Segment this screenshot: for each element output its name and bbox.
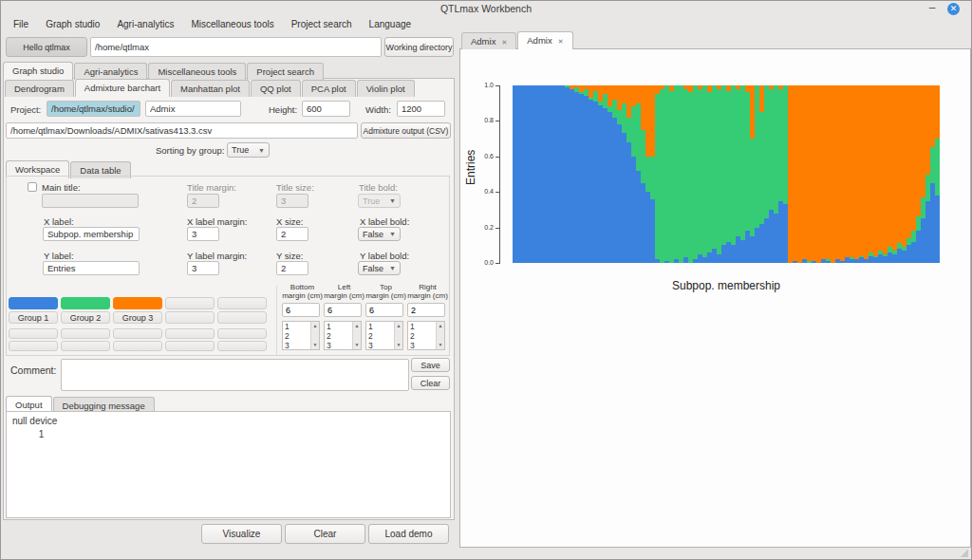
x-size-input[interactable] [276, 227, 308, 241]
y-label-margin-input[interactable] [187, 261, 219, 275]
resize-grip[interactable] [961, 550, 968, 557]
y-label-input[interactable] [43, 261, 140, 275]
menu-item-agri-analytics[interactable]: Agri-analytics [108, 17, 182, 31]
group-blank-cell[interactable] [217, 328, 267, 339]
group-button-2[interactable]: Group 2 [61, 311, 110, 324]
title-bold-select[interactable]: True ▼ [358, 194, 401, 208]
margin-list-option[interactable]: 1 [410, 322, 415, 331]
scrollbar[interactable]: ▲▼ [436, 322, 444, 349]
tab-dendrogram[interactable]: Dendrogram [5, 80, 74, 97]
scroll-up-icon[interactable]: ▲ [437, 322, 444, 330]
group-color-swatch-3[interactable] [113, 297, 162, 309]
group-button-5[interactable] [217, 311, 267, 324]
project-name-input[interactable] [145, 101, 241, 117]
tab-close-icon[interactable]: ✕ [558, 38, 564, 45]
group-button-4[interactable] [165, 311, 215, 324]
scroll-down-icon[interactable]: ▼ [437, 341, 444, 349]
main-title-input[interactable] [42, 194, 139, 208]
tab-qq-plot[interactable]: QQ plot [251, 80, 301, 97]
viewer-tab-admix-1[interactable]: Admix✕ [517, 31, 572, 49]
comment-save-button[interactable]: Save [411, 358, 450, 372]
scrollbar[interactable]: ▲▼ [394, 322, 402, 349]
margin-list-option[interactable]: 3 [410, 341, 415, 350]
tab-violin-plot[interactable]: Violin plot [357, 80, 415, 97]
x-label-bold-select[interactable]: False ▼ [358, 227, 401, 241]
title-size-input[interactable] [276, 194, 308, 208]
group-blank-cell[interactable] [113, 341, 162, 351]
load-demo-button[interactable]: Load demo [368, 524, 449, 544]
margin-list-option[interactable]: 2 [285, 331, 290, 341]
scroll-up-icon[interactable]: ▲ [353, 322, 361, 330]
margin-list-option[interactable]: 1 [327, 322, 331, 331]
group-color-swatch-2[interactable] [61, 297, 110, 309]
scrollbar[interactable]: ▲▼ [310, 322, 319, 349]
group-blank-cell[interactable] [165, 341, 215, 351]
menu-item-project-search[interactable]: Project search [283, 17, 361, 31]
margin-list-option[interactable]: 3 [327, 341, 331, 350]
margin-input-bottom[interactable] [282, 303, 320, 317]
group-blank-cell[interactable] [9, 328, 58, 339]
sorting-by-group-select[interactable]: True ▼ [227, 142, 270, 158]
comment-textarea[interactable] [61, 359, 409, 391]
group-blank-cell[interactable] [9, 341, 58, 351]
margin-listbox-top[interactable]: 123▲▼ [365, 321, 403, 350]
scroll-down-icon[interactable]: ▼ [311, 341, 319, 349]
menu-item-miscellaneous-tools[interactable]: Miscellaneous tools [182, 17, 282, 31]
x-label-input[interactable] [43, 227, 140, 241]
group-blank-cell[interactable] [165, 328, 215, 339]
tab-miscellaneous-tools[interactable]: Miscellaneous tools [148, 63, 246, 80]
margin-list-option[interactable]: 2 [327, 331, 331, 341]
tab-pca-plot[interactable]: PCA plot [302, 80, 356, 97]
viewer-tab-admix-0[interactable]: Admix✕ [461, 32, 516, 49]
scroll-up-icon[interactable]: ▲ [311, 322, 319, 330]
x-label-margin-input[interactable] [187, 227, 219, 241]
group-color-swatch-5[interactable] [217, 297, 267, 309]
tab-close-icon[interactable]: ✕ [501, 39, 507, 46]
group-color-swatch-4[interactable] [165, 297, 215, 309]
menu-item-language[interactable]: Language [361, 17, 421, 31]
group-blank-cell[interactable] [217, 341, 267, 351]
working-directory-input[interactable] [90, 37, 382, 57]
height-input[interactable] [302, 101, 350, 117]
menu-item-graph-studio[interactable]: Graph studio [37, 17, 108, 31]
tab-graph-studio[interactable]: Graph studio [3, 62, 73, 80]
main-title-checkbox[interactable] [28, 182, 37, 192]
margin-listbox-left[interactable]: 123▲▼ [324, 321, 362, 350]
group-blank-cell[interactable] [61, 341, 110, 351]
project-path-input[interactable] [47, 101, 140, 117]
scroll-down-icon[interactable]: ▼ [353, 341, 361, 349]
tab-manhattan-plot[interactable]: Manhattan plot [171, 80, 250, 97]
group-color-swatch-1[interactable] [9, 297, 58, 309]
close-icon[interactable]: ✕ [947, 3, 960, 15]
group-blank-cell[interactable] [61, 328, 110, 339]
margin-list-option[interactable]: 2 [368, 331, 373, 341]
margin-listbox-right[interactable]: 123▲▼ [407, 321, 445, 350]
scroll-down-icon[interactable]: ▼ [395, 341, 402, 349]
hello-user-button[interactable]: Hello qtlmax [6, 37, 87, 57]
menu-item-file[interactable]: File [5, 17, 37, 31]
clear-button[interactable]: Clear [285, 524, 365, 544]
margin-input-right[interactable] [407, 303, 445, 317]
margin-list-option[interactable]: 1 [285, 322, 290, 331]
margin-input-top[interactable] [365, 303, 403, 317]
width-input[interactable] [397, 101, 445, 117]
title-margin-input[interactable] [187, 194, 219, 208]
margin-list-option[interactable]: 1 [368, 322, 373, 331]
margin-list-option[interactable]: 3 [368, 341, 373, 350]
tab-agri-analytics[interactable]: Agri-analytics [74, 63, 147, 80]
margin-list-option[interactable]: 2 [410, 331, 415, 341]
group-blank-cell[interactable] [113, 328, 162, 339]
group-button-1[interactable]: Group 1 [9, 311, 58, 324]
tab-project-search[interactable]: Project search [247, 63, 324, 80]
admixture-output-csv-button[interactable]: Admixture output (CSV) [361, 122, 451, 139]
group-button-3[interactable]: Group 3 [113, 311, 162, 324]
admixture-csv-input[interactable] [6, 122, 358, 139]
scrollbar[interactable]: ▲▼ [352, 322, 361, 349]
margin-list-option[interactable]: 3 [285, 341, 290, 350]
scroll-up-icon[interactable]: ▲ [395, 322, 402, 330]
y-size-input[interactable] [276, 261, 308, 275]
working-directory-button[interactable]: Working directory [384, 37, 454, 57]
margin-listbox-bottom[interactable]: 123▲▼ [282, 321, 320, 350]
comment-clear-button[interactable]: Clear [411, 376, 450, 390]
minimize-icon[interactable]: – [925, 2, 939, 15]
